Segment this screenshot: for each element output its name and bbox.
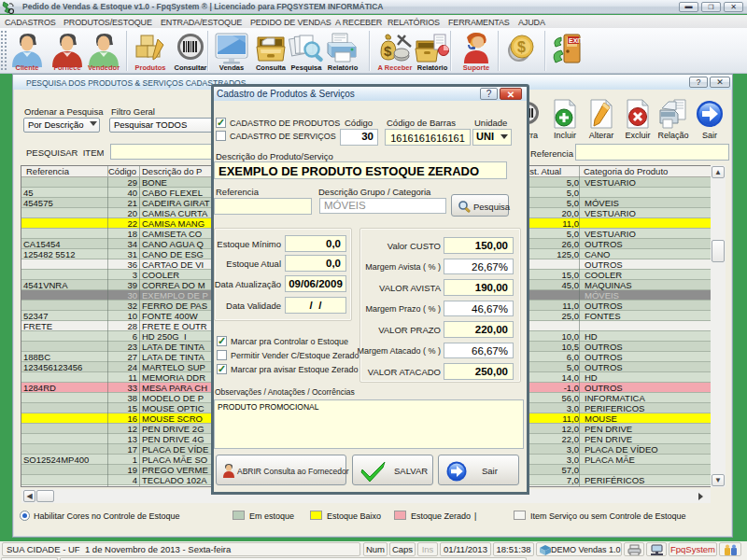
svg-text:$: $ [384, 43, 392, 59]
svg-text:EXIT: EXIT [569, 37, 584, 44]
svg-text:$: $ [517, 39, 526, 55]
